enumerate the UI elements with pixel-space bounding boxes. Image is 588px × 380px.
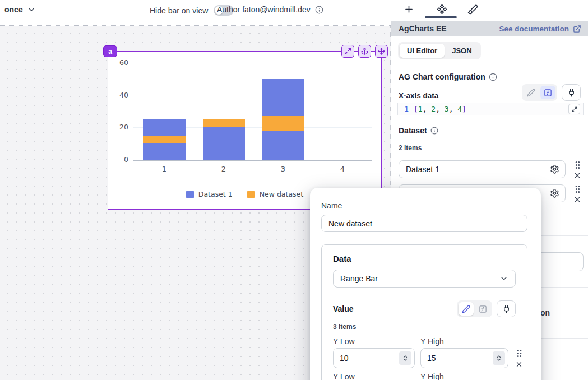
anchor-icon [361, 48, 368, 55]
range-row-rail [515, 372, 521, 380]
expand-component-button[interactable] [341, 45, 354, 58]
expression-mode-button[interactable] [475, 302, 490, 316]
pencil-icon [462, 305, 470, 313]
external-link-icon [573, 25, 581, 33]
data-label: Data [333, 254, 516, 263]
static-edit-button[interactable] [459, 302, 474, 316]
anchor-component-button[interactable] [358, 45, 371, 58]
y-axis-tick-label: 40 [108, 91, 128, 99]
run-mode-select[interactable]: once [4, 5, 36, 14]
connect-input-button[interactable] [562, 84, 581, 101]
plus-icon [404, 4, 414, 15]
range-bar-New dataset [203, 119, 245, 127]
dataset-settings-popover: Name New dataset Data Range Bar Value [310, 188, 541, 380]
author-group: Author faton@windmill.dev [217, 5, 323, 14]
run-mode-label: once [4, 5, 23, 14]
bar-chart: 02040601234Dataset 1New dataset [108, 52, 381, 209]
legend-swatch [186, 191, 194, 198]
windmill-app-editor: once Hide bar on view Author faton@windm… [0, 0, 588, 380]
dataset-count: 2 items [399, 144, 422, 152]
drag-handle-icon[interactable] [516, 349, 522, 358]
expand-icon [344, 48, 351, 55]
function-square-icon [479, 305, 487, 313]
see-documentation-link[interactable]: See documentation [499, 25, 581, 33]
gear-icon[interactable] [550, 165, 559, 174]
series-type-value: Range Bar [340, 274, 378, 283]
y-low-input[interactable]: 10 [333, 348, 415, 368]
dataset-row-rail [572, 161, 583, 179]
y-low-label: Y Low [333, 372, 415, 380]
value-items-count: 3 items [333, 323, 516, 331]
legend-item[interactable]: Dataset 1 [186, 190, 233, 198]
function-square-icon [544, 89, 552, 97]
y-high-input[interactable]: 15 [420, 348, 508, 368]
y-high-label: Y High [420, 337, 508, 346]
dataset-title-label: Dataset [399, 126, 427, 135]
value-label: Value [333, 304, 354, 313]
dataset-name-input[interactable]: Dataset 1 [399, 160, 566, 178]
input-mode-pill-group [457, 300, 492, 317]
dataset-name-field[interactable]: New dataset [321, 215, 527, 232]
info-icon[interactable] [489, 73, 497, 81]
drag-handle-icon[interactable] [575, 161, 581, 169]
legend-item[interactable]: New dataset [247, 190, 304, 198]
connect-input-button[interactable] [497, 300, 516, 317]
gear-icon[interactable] [550, 189, 559, 198]
remove-dataset-icon[interactable] [573, 196, 581, 203]
expand-editor-button[interactable] [568, 104, 580, 114]
component-icon [437, 4, 447, 15]
move-icon [378, 48, 385, 55]
info-icon[interactable] [315, 6, 323, 14]
agcharts-component[interactable]: a 02040601234Dataset 1New dataset [108, 51, 382, 210]
component-panel-header: AgCharts EE See documentation [391, 21, 588, 36]
xaxis-data-label: X-axis data [399, 91, 438, 100]
config-title-label: AG Chart configuration [399, 72, 485, 81]
bar-Dataset 1 [203, 127, 245, 160]
expression-mode-button[interactable] [540, 86, 555, 99]
add-component-tab[interactable] [402, 2, 415, 16]
chevron-down-icon [499, 274, 508, 283]
range-bar-New dataset [262, 116, 304, 131]
move-component-button[interactable] [375, 45, 388, 58]
maximize-icon [572, 106, 577, 112]
config-section-title: AG Chart configuration [399, 72, 497, 81]
drag-handle-icon[interactable] [575, 185, 581, 193]
remove-range-item-icon[interactable] [515, 360, 523, 368]
code-line-number: 1 [398, 105, 414, 113]
input-mode-pill-group [522, 84, 557, 101]
dataset-name-value: Dataset 1 [406, 165, 439, 174]
chevron-down-icon [27, 5, 36, 14]
plug-icon [567, 89, 576, 97]
gridline [133, 63, 372, 63]
info-icon[interactable] [430, 127, 438, 135]
remove-dataset-icon[interactable] [573, 172, 581, 179]
x-axis-line [133, 160, 372, 161]
x-axis-tick-label: 3 [272, 165, 294, 173]
range-item-row: Y Low Y High [333, 372, 516, 380]
code-content: [1, 2, 3, 4] [414, 105, 466, 113]
data-config-box: Data Range Bar Value [321, 244, 527, 380]
dataset-row-rail [572, 185, 583, 203]
number-stepper[interactable] [399, 351, 411, 365]
static-edit-button[interactable] [524, 86, 539, 99]
range-row-rail [515, 337, 523, 368]
tab-json[interactable]: JSON [445, 44, 479, 58]
hide-bar-label: Hide bar on view [150, 6, 208, 15]
y-low-value: 10 [340, 354, 349, 363]
doc-link-label: See documentation [499, 25, 569, 33]
x-axis-tick-label: 4 [331, 165, 354, 173]
styling-tab[interactable] [466, 2, 479, 16]
x-axis-tick-label: 1 [153, 165, 175, 173]
number-stepper[interactable] [493, 351, 505, 365]
series-type-select[interactable]: Range Bar [333, 270, 516, 288]
top-toolbar: once Hide bar on view Author faton@windm… [0, 0, 391, 26]
tab-ui-editor[interactable]: UI Editor [400, 44, 445, 58]
y-axis-tick-label: 20 [108, 123, 128, 131]
y-axis-tick-label: 60 [108, 58, 128, 67]
dataset-name-field-value: New dataset [328, 219, 372, 228]
value-input-mode-cluster [457, 300, 516, 317]
y-low-label: Y Low [333, 337, 415, 346]
xaxis-code-editor[interactable]: 1 [1, 2, 3, 4] [397, 103, 584, 115]
editor-mode-tabs: UI Editor JSON [398, 42, 481, 59]
component-settings-tab[interactable] [435, 2, 448, 16]
